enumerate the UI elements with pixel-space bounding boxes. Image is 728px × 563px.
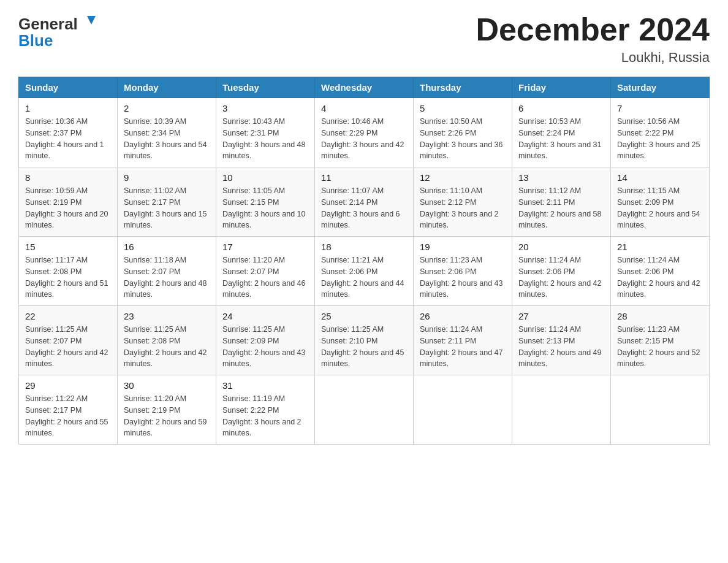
day-number: 30 — [124, 380, 210, 391]
day-info: Sunrise: 11:12 AMSunset: 2:11 PMDaylight… — [518, 185, 604, 231]
day-number: 26 — [420, 311, 506, 321]
calendar-cell: 10Sunrise: 11:05 AMSunset: 2:15 PMDaylig… — [216, 167, 315, 237]
day-info: Sunrise: 11:17 AMSunset: 2:08 PMDaylight… — [25, 255, 111, 301]
column-header-wednesday: Wednesday — [315, 77, 414, 98]
calendar-cell: 30Sunrise: 11:20 AMSunset: 2:19 PMDaylig… — [118, 375, 216, 445]
day-number: 12 — [420, 172, 506, 183]
day-number: 10 — [222, 172, 308, 183]
day-number: 13 — [518, 172, 604, 183]
calendar-cell: 20Sunrise: 11:24 AMSunset: 2:06 PMDaylig… — [512, 237, 611, 306]
day-info: Sunrise: 10:46 AMSunset: 2:29 PMDaylight… — [321, 116, 407, 162]
calendar-cell: 27Sunrise: 11:24 AMSunset: 2:13 PMDaylig… — [512, 306, 611, 375]
calendar-cell — [414, 375, 512, 445]
svg-text:General: General — [18, 15, 78, 33]
day-number: 4 — [321, 103, 407, 113]
day-info: Sunrise: 10:56 AMSunset: 2:22 PMDaylight… — [617, 116, 703, 162]
day-info: Sunrise: 11:24 AMSunset: 2:06 PMDaylight… — [518, 255, 604, 301]
calendar-cell — [512, 375, 611, 445]
day-number: 9 — [124, 172, 210, 183]
day-info: Sunrise: 11:19 AMSunset: 2:22 PMDaylight… — [222, 393, 308, 439]
calendar-cell: 7Sunrise: 10:56 AMSunset: 2:22 PMDayligh… — [611, 98, 710, 167]
calendar-cell: 1Sunrise: 10:36 AMSunset: 2:37 PMDayligh… — [19, 98, 118, 167]
day-info: Sunrise: 10:43 AMSunset: 2:31 PMDaylight… — [222, 116, 308, 162]
month-title: December 2024 — [476, 12, 710, 47]
day-number: 7 — [617, 103, 703, 113]
day-info: Sunrise: 11:25 AMSunset: 2:07 PMDaylight… — [25, 324, 111, 370]
calendar-table: SundayMondayTuesdayWednesdayThursdayFrid… — [18, 77, 710, 445]
day-number: 1 — [25, 103, 111, 113]
logo-svg: General Blue — [18, 12, 98, 52]
day-info: Sunrise: 11:23 AMSunset: 2:06 PMDaylight… — [420, 255, 506, 301]
day-info: Sunrise: 11:20 AMSunset: 2:07 PMDaylight… — [222, 255, 308, 301]
calendar-cell: 4Sunrise: 10:46 AMSunset: 2:29 PMDayligh… — [315, 98, 414, 167]
column-header-sunday: Sunday — [19, 77, 118, 98]
calendar-cell: 28Sunrise: 11:23 AMSunset: 2:15 PMDaylig… — [611, 306, 710, 375]
calendar-cell: 17Sunrise: 11:20 AMSunset: 2:07 PMDaylig… — [216, 237, 315, 306]
day-number: 29 — [25, 380, 111, 391]
day-number: 18 — [321, 242, 407, 252]
day-number: 19 — [420, 242, 506, 252]
day-info: Sunrise: 11:10 AMSunset: 2:12 PMDaylight… — [420, 185, 506, 231]
day-number: 15 — [25, 242, 111, 252]
calendar-cell — [315, 375, 414, 445]
day-info: Sunrise: 11:20 AMSunset: 2:19 PMDaylight… — [124, 393, 210, 439]
calendar-cell: 18Sunrise: 11:21 AMSunset: 2:06 PMDaylig… — [315, 237, 414, 306]
day-info: Sunrise: 10:59 AMSunset: 2:19 PMDaylight… — [25, 185, 111, 231]
day-info: Sunrise: 11:25 AMSunset: 2:09 PMDaylight… — [222, 324, 308, 370]
day-number: 16 — [124, 242, 210, 252]
column-header-monday: Monday — [118, 77, 216, 98]
location: Loukhi, Russia — [476, 50, 710, 66]
calendar-cell: 31Sunrise: 11:19 AMSunset: 2:22 PMDaylig… — [216, 375, 315, 445]
day-info: Sunrise: 11:02 AMSunset: 2:17 PMDaylight… — [124, 185, 210, 231]
day-info: Sunrise: 11:24 AMSunset: 2:06 PMDaylight… — [617, 255, 703, 301]
calendar-cell: 5Sunrise: 10:50 AMSunset: 2:26 PMDayligh… — [414, 98, 512, 167]
calendar-cell: 22Sunrise: 11:25 AMSunset: 2:07 PMDaylig… — [19, 306, 118, 375]
calendar-cell: 3Sunrise: 10:43 AMSunset: 2:31 PMDayligh… — [216, 98, 315, 167]
day-number: 2 — [124, 103, 210, 113]
svg-text:Blue: Blue — [18, 31, 53, 50]
day-info: Sunrise: 10:39 AMSunset: 2:34 PMDaylight… — [124, 116, 210, 162]
calendar-cell: 9Sunrise: 11:02 AMSunset: 2:17 PMDayligh… — [118, 167, 216, 237]
day-info: Sunrise: 11:23 AMSunset: 2:15 PMDaylight… — [617, 324, 703, 370]
day-info: Sunrise: 11:07 AMSunset: 2:14 PMDaylight… — [321, 185, 407, 231]
column-header-friday: Friday — [512, 77, 611, 98]
day-info: Sunrise: 11:25 AMSunset: 2:08 PMDaylight… — [124, 324, 210, 370]
day-number: 17 — [222, 242, 308, 252]
calendar-week-row: 8Sunrise: 10:59 AMSunset: 2:19 PMDayligh… — [19, 167, 710, 237]
day-number: 23 — [124, 311, 210, 321]
day-info: Sunrise: 11:05 AMSunset: 2:15 PMDaylight… — [222, 185, 308, 231]
calendar-week-row: 29Sunrise: 11:22 AMSunset: 2:17 PMDaylig… — [19, 375, 710, 445]
day-number: 24 — [222, 311, 308, 321]
calendar-cell: 6Sunrise: 10:53 AMSunset: 2:24 PMDayligh… — [512, 98, 611, 167]
day-number: 20 — [518, 242, 604, 252]
day-info: Sunrise: 11:21 AMSunset: 2:06 PMDaylight… — [321, 255, 407, 301]
calendar-week-row: 22Sunrise: 11:25 AMSunset: 2:07 PMDaylig… — [19, 306, 710, 375]
day-info: Sunrise: 11:22 AMSunset: 2:17 PMDaylight… — [25, 393, 111, 439]
day-number: 22 — [25, 311, 111, 321]
calendar-cell: 19Sunrise: 11:23 AMSunset: 2:06 PMDaylig… — [414, 237, 512, 306]
column-header-saturday: Saturday — [611, 77, 710, 98]
day-number: 25 — [321, 311, 407, 321]
calendar-cell: 16Sunrise: 11:18 AMSunset: 2:07 PMDaylig… — [118, 237, 216, 306]
calendar-cell: 21Sunrise: 11:24 AMSunset: 2:06 PMDaylig… — [611, 237, 710, 306]
day-number: 6 — [518, 103, 604, 113]
day-number: 3 — [222, 103, 308, 113]
day-number: 11 — [321, 172, 407, 183]
day-info: Sunrise: 10:50 AMSunset: 2:26 PMDaylight… — [420, 116, 506, 162]
day-number: 31 — [222, 380, 308, 391]
day-number: 5 — [420, 103, 506, 113]
calendar-week-row: 15Sunrise: 11:17 AMSunset: 2:08 PMDaylig… — [19, 237, 710, 306]
day-number: 8 — [25, 172, 111, 183]
calendar-cell: 26Sunrise: 11:24 AMSunset: 2:11 PMDaylig… — [414, 306, 512, 375]
logo: General Blue — [18, 12, 98, 52]
day-info: Sunrise: 11:15 AMSunset: 2:09 PMDaylight… — [617, 185, 703, 231]
day-number: 27 — [518, 311, 604, 321]
page-header: General Blue December 2024 Loukhi, Russi… — [18, 12, 710, 66]
calendar-cell: 15Sunrise: 11:17 AMSunset: 2:08 PMDaylig… — [19, 237, 118, 306]
calendar-cell: 2Sunrise: 10:39 AMSunset: 2:34 PMDayligh… — [118, 98, 216, 167]
calendar-cell: 8Sunrise: 10:59 AMSunset: 2:19 PMDayligh… — [19, 167, 118, 237]
calendar-cell: 14Sunrise: 11:15 AMSunset: 2:09 PMDaylig… — [611, 167, 710, 237]
calendar-cell: 29Sunrise: 11:22 AMSunset: 2:17 PMDaylig… — [19, 375, 118, 445]
day-info: Sunrise: 11:18 AMSunset: 2:07 PMDaylight… — [124, 255, 210, 301]
calendar-cell: 11Sunrise: 11:07 AMSunset: 2:14 PMDaylig… — [315, 167, 414, 237]
